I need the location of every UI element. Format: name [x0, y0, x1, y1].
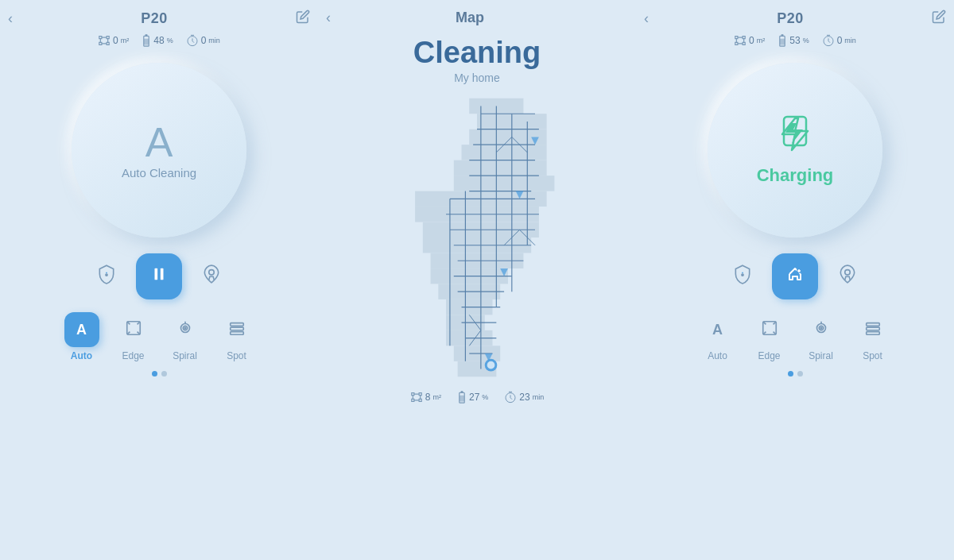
left-stats: 0 m² 48 % 0 min — [98, 34, 220, 47]
svg-rect-5 — [161, 268, 164, 280]
map-svg — [342, 91, 612, 384]
right-controls — [732, 253, 858, 299]
svg-rect-59 — [460, 396, 464, 400]
send-home-icon — [785, 265, 805, 288]
left-tab-auto-label: Auto — [71, 350, 92, 361]
left-edit-button[interactable] — [296, 10, 310, 28]
edge-icon — [125, 319, 142, 341]
right-action-button[interactable] — [772, 253, 818, 299]
left-tab-spiral-icon-wrap — [168, 312, 203, 347]
right-tab-spot-label: Spot — [863, 350, 882, 361]
left-back-button[interactable]: ‹ — [8, 10, 13, 27]
svg-rect-9 — [230, 327, 243, 330]
left-dots — [152, 371, 167, 377]
svg-rect-70 — [866, 327, 879, 330]
right-spot-icon — [864, 319, 882, 341]
left-tab-auto[interactable]: A Auto — [60, 312, 103, 361]
right-edit-button[interactable] — [932, 10, 946, 28]
svg-rect-71 — [866, 331, 879, 334]
right-shield-button[interactable] — [732, 264, 753, 289]
right-time-stat: 0 min — [822, 34, 856, 47]
right-tab-spiral-label: Spiral — [809, 350, 833, 361]
svg-rect-10 — [230, 331, 243, 334]
spiral-icon — [176, 319, 194, 341]
right-tab-spot[interactable]: Spot — [851, 312, 894, 361]
map-status: Cleaning — [413, 36, 541, 70]
right-back-button[interactable]: ‹ — [644, 10, 649, 27]
right-tab-auto-icon-wrap: A — [700, 312, 735, 347]
right-tab-auto[interactable]: A Auto — [696, 312, 739, 361]
left-time-stat: 0 min — [186, 34, 220, 47]
map-header: ‹ Map — [326, 10, 628, 26]
right-tab-edge-icon-wrap — [752, 312, 787, 347]
right-tab-spiral-icon-wrap — [804, 312, 839, 347]
right-battery-stat: 53 % — [778, 34, 809, 47]
left-tab-spot[interactable]: Spot — [215, 312, 258, 361]
right-dot-1 — [788, 371, 793, 377]
left-tab-spot-label: Spot — [227, 350, 246, 361]
right-auto-icon: A — [712, 322, 723, 338]
right-edge-icon — [761, 319, 778, 341]
svg-point-57 — [487, 361, 495, 369]
right-device-title: P20 — [777, 10, 804, 27]
left-mode-tabs: A Auto Edge Spiral — [8, 312, 310, 368]
left-tab-spiral[interactable]: Spiral — [163, 312, 207, 361]
svg-rect-62 — [781, 39, 785, 44]
left-tab-auto-icon-wrap: A — [64, 312, 99, 347]
left-header: ‹ P20 — [8, 10, 310, 28]
auto-icon: A — [76, 322, 87, 338]
left-device-title: P20 — [141, 10, 168, 27]
left-save-map-button[interactable] — [201, 264, 222, 289]
left-shield-button[interactable] — [96, 264, 117, 289]
map-container — [342, 91, 612, 384]
left-pause-button[interactable] — [136, 253, 182, 299]
charging-icon — [776, 115, 814, 160]
map-back-button[interactable]: ‹ — [326, 10, 331, 26]
left-main-button[interactable]: A Auto Cleaning — [72, 63, 246, 238]
left-battery-stat: 48 % — [142, 34, 173, 47]
right-tab-spot-icon-wrap — [855, 312, 890, 347]
svg-rect-15 — [454, 160, 547, 176]
svg-rect-69 — [866, 322, 879, 326]
svg-point-6 — [209, 270, 215, 276]
left-tab-edge[interactable]: Edge — [111, 312, 155, 361]
left-dot-2 — [161, 371, 167, 377]
map-area-stat: 8 m² — [410, 392, 441, 403]
right-mode-tabs: A Auto Edge Spiral — [644, 312, 946, 368]
charging-label: Charging — [757, 165, 834, 186]
right-stats: 0 m² 53 % 0 min — [734, 34, 856, 47]
left-circle-label: Auto Cleaning — [122, 166, 196, 180]
left-dot-1 — [152, 371, 157, 377]
svg-rect-1 — [145, 39, 149, 44]
map-time-stat: 23 min — [504, 391, 544, 404]
right-tab-spiral[interactable]: Spiral — [799, 312, 843, 361]
right-header: ‹ P20 — [644, 10, 946, 28]
svg-rect-14 — [462, 145, 547, 160]
map-stats: 8 m² 27 % 23 min — [410, 391, 544, 404]
svg-rect-16 — [454, 176, 555, 191]
svg-point-67 — [845, 270, 851, 276]
left-area-stat: 0 m² — [98, 35, 129, 46]
pause-icon — [150, 265, 168, 288]
right-tab-auto-label: Auto — [708, 350, 727, 361]
map-battery-stat: 27 % — [457, 391, 488, 404]
right-spiral-icon — [812, 319, 830, 341]
left-tab-spiral-label: Spiral — [173, 350, 197, 361]
right-area-stat: 0 m² — [734, 35, 765, 46]
right-panel: ‹ P20 0 m² 53 % 0 min — [636, 0, 954, 560]
right-dots — [788, 371, 803, 377]
map-info: Cleaning My home — [413, 36, 541, 84]
left-tab-spot-icon-wrap — [219, 312, 254, 347]
right-save-map-button[interactable] — [837, 264, 858, 289]
spot-icon — [228, 319, 246, 341]
left-panel: ‹ P20 0 m² 48 % 0 min A Auto Cleaning — [0, 0, 318, 560]
left-circle-letter: A — [145, 122, 173, 163]
svg-rect-8 — [230, 322, 243, 326]
left-tab-edge-icon-wrap — [116, 312, 151, 347]
left-tab-edge-label: Edge — [122, 350, 144, 361]
right-main-button[interactable]: Charging — [708, 63, 882, 238]
svg-point-65 — [742, 274, 743, 276]
right-tab-edge[interactable]: Edge — [747, 312, 791, 361]
svg-rect-4 — [155, 268, 158, 280]
svg-point-3 — [106, 274, 107, 276]
